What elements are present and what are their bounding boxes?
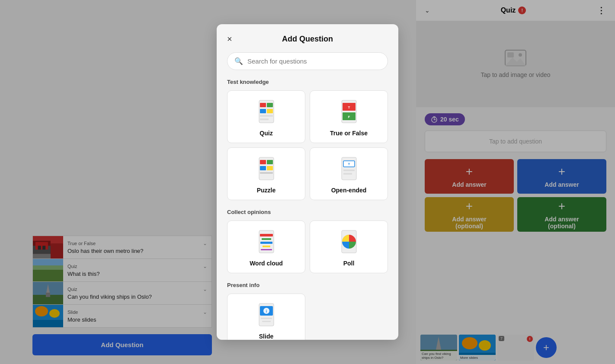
true-or-false-card[interactable]: T F True or False [310,90,388,143]
true-or-false-card-label: True or False [330,130,368,137]
slide-card-icon: i [256,303,277,329]
quiz-card-label: Quiz [259,130,272,137]
test-knowledge-grid: Quiz T F True or False [227,90,388,200]
section-present-info-label: Present info [227,282,388,288]
modal-close-button[interactable]: × [227,35,232,43]
collect-opinions-grid: Word cloud Poll [227,220,388,273]
word-cloud-icon [256,230,277,255]
quiz-card[interactable]: Quiz [227,90,305,143]
svg-rect-37 [343,169,355,171]
svg-rect-41 [262,238,271,240]
slide-card-label: Slide [259,333,273,340]
present-info-grid: i Slide [227,294,388,340]
svg-text:T: T [348,105,350,109]
svg-rect-42 [260,242,272,244]
svg-rect-30 [267,160,273,164]
section-collect-opinions-label: Collect opinions [227,209,388,215]
svg-rect-19 [260,109,266,113]
word-cloud-card-label: Word cloud [250,260,283,267]
svg-rect-17 [260,103,266,107]
slide-card[interactable]: i Slide [227,294,305,340]
svg-rect-33 [260,172,273,174]
svg-rect-32 [267,166,273,170]
section-test-knowledge-label: Test knowledge [227,79,388,85]
svg-rect-31 [260,166,266,170]
modal-overlay: × Add Question 🔍 Test knowledge [0,0,615,364]
svg-rect-29 [260,160,266,164]
search-input[interactable] [247,57,381,65]
svg-rect-21 [260,115,273,117]
true-or-false-icon: T F [338,99,360,125]
svg-rect-22 [260,118,269,120]
quiz-icon [256,99,277,125]
svg-rect-52 [262,321,271,322]
open-ended-card[interactable]: T Open-ended [310,147,388,200]
svg-rect-51 [261,318,272,319]
puzzle-card[interactable]: Puzzle [227,147,305,200]
search-icon: 🔍 [234,57,243,65]
open-ended-card-label: Open-ended [331,187,367,194]
svg-text:i: i [266,309,267,313]
svg-rect-40 [260,234,273,236]
poll-card-label: Poll [343,260,355,267]
svg-text:T: T [348,162,350,166]
poll-card[interactable]: Poll [310,220,388,273]
add-question-modal: × Add Question 🔍 Test knowledge [217,24,398,340]
svg-text:F: F [348,115,350,119]
modal-title: Add Question [282,35,333,44]
poll-icon [338,230,360,255]
svg-rect-44 [261,249,272,250]
svg-rect-20 [267,109,273,113]
search-bar[interactable]: 🔍 [227,52,388,70]
puzzle-icon [256,156,277,182]
open-ended-icon: T [338,156,360,182]
word-cloud-card[interactable]: Word cloud [227,220,305,273]
svg-rect-18 [267,103,273,107]
svg-rect-43 [263,246,270,247]
svg-rect-38 [343,173,352,175]
modal-header: × Add Question [227,35,388,44]
puzzle-card-label: Puzzle [257,187,276,194]
